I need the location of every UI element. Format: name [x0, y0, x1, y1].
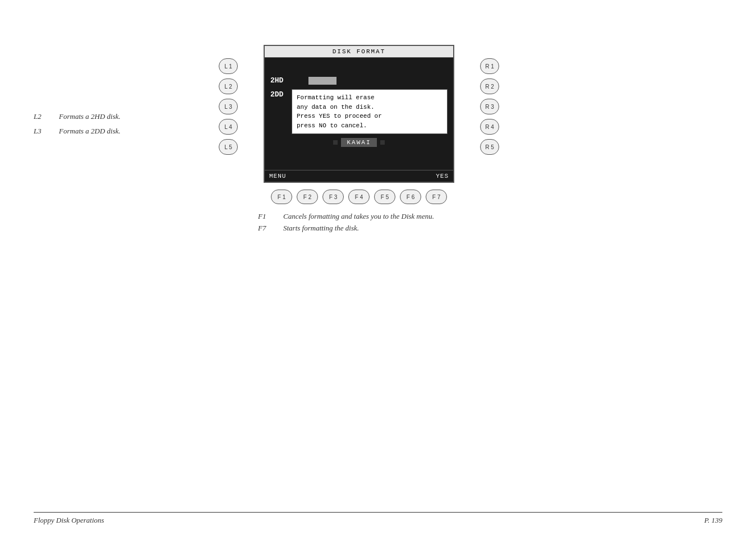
annotation-l3-key: L3: [34, 127, 48, 136]
button-f2[interactable]: F 2: [297, 190, 318, 204]
footer-left: Floppy Disk Operations: [34, 516, 104, 525]
annotation-f7-key: F7: [258, 224, 272, 233]
label-2hd: 2HD: [270, 76, 287, 85]
side-buttons-left: L 1 L 2 L 3 L 4 L 5: [219, 58, 238, 155]
device-container: L 1 L 2 L 3 L 4 L 5 DISK FORMAT 2HD: [219, 45, 499, 236]
button-l2[interactable]: L 2: [219, 79, 238, 94]
button-r2[interactable]: R 2: [480, 79, 499, 94]
dialog-box: Formatting will erase any data on the di…: [292, 89, 448, 134]
annotation-l3: L3 Formats a 2DD disk.: [34, 127, 121, 136]
screen-row-2dd: 2DD Formatting will erase any data on th…: [268, 87, 450, 136]
screen-title: DISK FORMAT: [265, 46, 453, 58]
progress-bar-gray: [308, 77, 336, 85]
screen-with-buttons: L 1 L 2 L 3 L 4 L 5 DISK FORMAT 2HD: [219, 45, 499, 233]
button-f6[interactable]: F 6: [400, 190, 421, 204]
button-f5[interactable]: F 5: [374, 190, 395, 204]
button-f1[interactable]: F 1: [271, 190, 292, 204]
screen-bottom-bar: MENU YES: [265, 170, 453, 182]
dialog-line1: Formatting will erase: [297, 93, 442, 103]
button-l5[interactable]: L 5: [219, 139, 238, 155]
dialog-line3: Press YES to proceed or: [297, 112, 442, 121]
dialog-line4: press NO to cancel.: [297, 121, 442, 131]
screen-row-2hd: 2HD: [268, 75, 450, 86]
screen-row-empty: [268, 61, 450, 75]
button-l3[interactable]: L 3: [219, 99, 238, 114]
bottom-yes-label: YES: [436, 173, 449, 179]
button-f7[interactable]: F 7: [426, 190, 447, 204]
progress-bar: [292, 77, 336, 85]
button-r4[interactable]: R 4: [480, 119, 499, 135]
bottom-menu-label: MENU: [269, 173, 286, 179]
annotation-f1-key: F1: [258, 212, 272, 221]
button-r3[interactable]: R 3: [480, 99, 499, 114]
footer-right: P. 139: [704, 516, 722, 525]
kawai-row: KAWAI: [268, 136, 450, 149]
annotation-f7: F7 Starts formatting the disk.: [258, 224, 471, 233]
kawai-label: KAWAI: [341, 138, 376, 147]
kawai-dot-left: [333, 140, 338, 145]
screen-body: 2HD 2DD Formatting will erase: [265, 58, 453, 170]
button-l4[interactable]: L 4: [219, 119, 238, 135]
left-annotations: L2 Formats a 2HD disk. L3 Formats a 2DD …: [34, 112, 121, 141]
annotation-l2-desc: Formats a 2HD disk.: [59, 112, 121, 121]
device-screen: DISK FORMAT 2HD: [264, 45, 454, 183]
annotation-l3-desc: Formats a 2DD disk.: [59, 127, 121, 136]
button-r5[interactable]: R 5: [480, 139, 499, 155]
progress-bar-filled: [292, 77, 308, 85]
button-r1[interactable]: R 1: [480, 58, 499, 74]
main-screen: DISK FORMAT 2HD: [247, 45, 471, 233]
annotation-f1: F1 Cancels formatting and takes you to t…: [258, 212, 471, 221]
annotation-f7-desc: Starts formatting the disk.: [283, 224, 359, 233]
bottom-annotations: F1 Cancels formatting and takes you to t…: [247, 212, 471, 233]
progress-bar-container: [292, 77, 448, 85]
button-f4[interactable]: F 4: [348, 190, 370, 204]
kawai-dot-right: [380, 140, 385, 145]
label-2dd: 2DD: [270, 89, 287, 99]
annotation-l2-key: L2: [34, 112, 48, 121]
button-l1[interactable]: L 1: [219, 58, 238, 74]
f-buttons-row: F 1 F 2 F 3 F 4 F 5 F 6 F 7: [247, 190, 471, 204]
button-f3[interactable]: F 3: [322, 190, 344, 204]
footer: Floppy Disk Operations P. 139: [34, 512, 722, 525]
annotation-l2: L2 Formats a 2HD disk.: [34, 112, 121, 121]
dialog-line2: any data on the disk.: [297, 103, 442, 112]
side-buttons-right: R 1 R 2 R 3 R 4 R 5: [480, 58, 499, 155]
annotation-f1-desc: Cancels formatting and takes you to the …: [283, 212, 434, 221]
